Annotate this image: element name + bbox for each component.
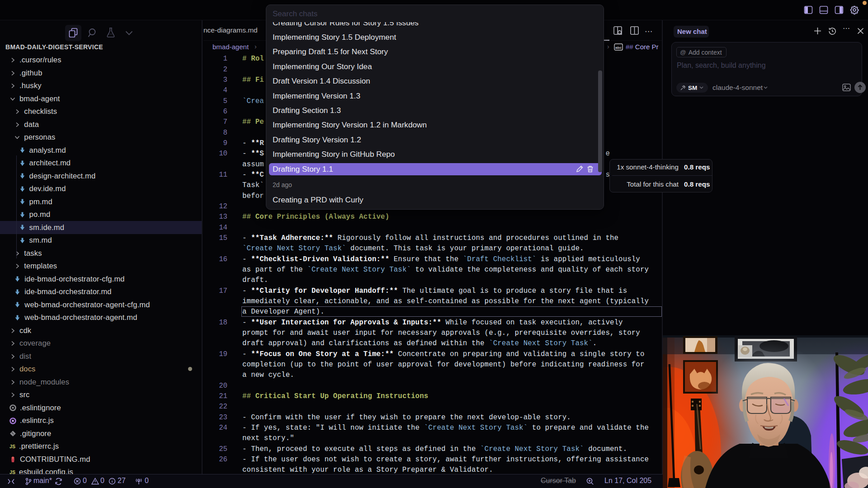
svg-text:abc: abc	[615, 46, 622, 50]
